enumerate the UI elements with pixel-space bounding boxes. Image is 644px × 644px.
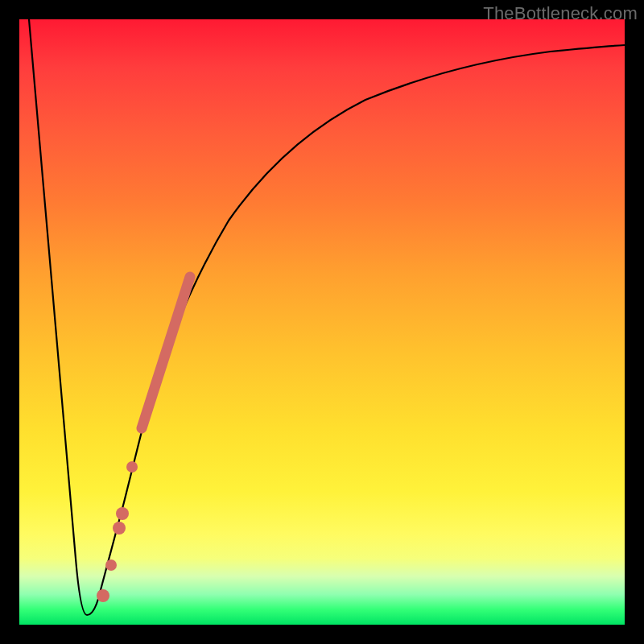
chart-frame: TheBottleneck.com (0, 0, 644, 644)
pink-dot-1 (126, 461, 138, 473)
curve-layer (19, 19, 625, 625)
pink-segment (142, 277, 190, 428)
pink-dot-2 (116, 507, 129, 520)
plot-area (19, 19, 625, 625)
watermark-text: TheBottleneck.com (483, 3, 638, 24)
pink-dot-4 (97, 589, 109, 602)
pink-dot-3 (105, 559, 117, 571)
pink-dot-2b (113, 522, 126, 535)
